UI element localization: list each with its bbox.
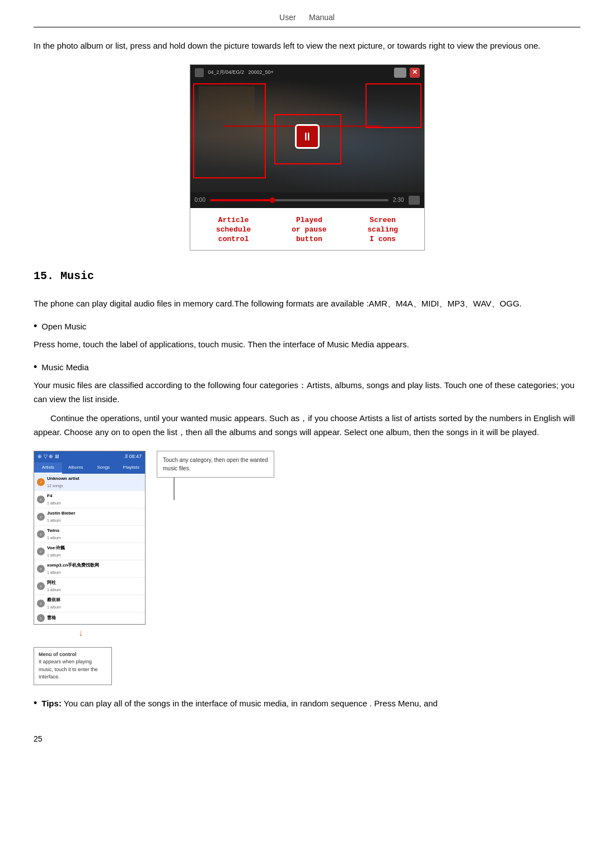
- section-15-title: 15. Music: [34, 267, 580, 285]
- video-top-bar-right: ✕: [394, 68, 420, 78]
- music-screenshot-wrapper: ⊕ ▽ ⊕ ⊠ .ll 08:47 Artists Albums Songs P…: [34, 451, 580, 685]
- music-media-section: • Music Media Your music files are class…: [34, 360, 580, 440]
- artist-info-twins: Twins 1 album: [47, 527, 142, 541]
- tips-label: Tips:: [41, 699, 62, 708]
- artist-item-f4[interactable]: ▿ F4 1 album: [34, 491, 145, 508]
- open-music-heading-row: • Open Music: [34, 319, 580, 334]
- artist-name-adu: 阿杜: [47, 579, 142, 587]
- video-time-total: 2:30: [393, 196, 404, 205]
- video-labels-container: Articleschedulecontrol Playedor pausebut…: [190, 208, 424, 250]
- music-media-heading-row: • Music Media: [34, 360, 580, 375]
- music-phone-screen: ⊕ ▽ ⊕ ⊠ .ll 08:47 Artists Albums Songs P…: [34, 451, 146, 625]
- play-pause-button[interactable]: [295, 124, 320, 149]
- artist-icon-xomp3: ▿: [37, 565, 45, 573]
- artist-icon-adu: ▿: [37, 582, 45, 590]
- phone-status-bar: ⊕ ▽ ⊕ ⊠ .ll 08:47: [34, 451, 145, 463]
- artist-info-cao: 曹格: [47, 615, 142, 622]
- video-screenshot: 04_2月/04/EG/2 20002_50+ ✕ 0: [190, 64, 425, 251]
- artist-sub-twins: 1 album: [47, 535, 142, 541]
- phone-tabs: Artists Albums Songs Playlists: [34, 463, 145, 474]
- page-header: User Manual: [34, 11, 580, 27]
- artist-name-xomp3: xomp3.cn手机免费找歌网: [47, 562, 142, 569]
- open-music-bullet: •: [34, 319, 37, 333]
- open-music-section: • Open Music Press home, touch the label…: [34, 319, 580, 351]
- artist-sub-f4: 1 album: [47, 500, 142, 506]
- artist-item-cao[interactable]: ▿ 曹格: [34, 612, 145, 624]
- header-left: User: [279, 13, 296, 22]
- music-media-bullet: •: [34, 360, 37, 374]
- video-time-current: 0:00: [195, 196, 205, 205]
- callout-connector-line: [174, 478, 175, 500]
- video-label-played: Playedor pausebutton: [292, 216, 326, 244]
- video-scene: [190, 81, 424, 192]
- open-music-body: Press home, touch the label of applicati…: [34, 337, 580, 352]
- artist-info-adu: 阿杜 1 album: [47, 579, 142, 593]
- phone-and-menu: ⊕ ▽ ⊕ ⊠ .ll 08:47 Artists Albums Songs P…: [34, 451, 146, 685]
- open-music-heading: Open Music: [41, 319, 86, 334]
- tips-bullet: •: [34, 696, 37, 710]
- artist-icon-cai: ▿: [37, 600, 45, 607]
- music-media-heading: Music Media: [41, 360, 88, 375]
- artist-item-xomp3[interactable]: ▿ xomp3.cn手机免费找歌网 1 album: [34, 560, 145, 578]
- callout-text: Touch any category, then open the wanted…: [163, 457, 268, 471]
- video-top-bar: 04_2月/04/EG/2 20002_50+ ✕: [190, 65, 424, 81]
- video-top-bar-left: 04_2月/04/EG/2 20002_50+: [195, 68, 274, 77]
- video-progress-bar: 0:00 2:30: [190, 192, 424, 208]
- tab-albums[interactable]: Albums: [62, 463, 90, 474]
- music-media-body1: Your music files are classified accordin…: [34, 378, 580, 407]
- tab-artists[interactable]: Artists: [34, 463, 62, 474]
- artist-item-bieber[interactable]: ▿ Justin Bieber 1 album: [34, 508, 145, 526]
- artist-sub-adu: 1 album: [47, 587, 142, 593]
- video-share-icon: [394, 68, 406, 78]
- video-close-icon: ✕: [410, 68, 420, 78]
- video-menu-icon: [195, 68, 204, 77]
- artist-sub-xomp3: 1 album: [47, 569, 142, 575]
- video-label-article: Articleschedulecontrol: [216, 216, 251, 244]
- artist-item-cai[interactable]: ▿ 蔡依林 1 album: [34, 595, 145, 612]
- down-arrow-icon: ↓: [78, 625, 83, 641]
- artist-name-f4: F4: [47, 493, 142, 500]
- video-main-area: [190, 81, 424, 192]
- artist-item-adu[interactable]: ▿ 阿杜 1 album: [34, 578, 145, 595]
- video-progress-track[interactable]: [210, 199, 388, 201]
- artist-info-cai: 蔡依林 1 album: [47, 597, 142, 610]
- callout-box: Touch any category, then open the wanted…: [157, 451, 274, 478]
- control-menu-body: It appears when playing music, touch it …: [39, 659, 98, 680]
- artist-info-unknown: Unknown artist 12 songs: [47, 475, 142, 489]
- video-label-screen: ScreenscalingI cons: [367, 216, 398, 244]
- artist-name-cai: 蔡依林: [47, 597, 142, 604]
- video-fullscreen-icon[interactable]: [409, 196, 420, 205]
- artist-sub-cai: 1 album: [47, 604, 142, 610]
- artist-icon-bieber: ▿: [37, 513, 45, 521]
- artist-name-cao: 曹格: [47, 615, 142, 622]
- artist-icon-voe: ▿: [37, 548, 45, 555]
- artist-info-xomp3: xomp3.cn手机免费找歌网 1 album: [47, 562, 142, 575]
- tab-playlists[interactable]: Playlists: [118, 463, 146, 474]
- artist-info-f4: F4 1 album: [47, 493, 142, 506]
- artist-icon-unknown: ♪: [37, 478, 45, 486]
- artist-item-twins[interactable]: ▿ Twins 1 album: [34, 526, 145, 543]
- artist-name-voe: Voe·许巍: [47, 545, 142, 552]
- control-menu-title: Menu of control: [39, 652, 77, 657]
- music-artist-list: ♪ Unknown artist 12 songs ▿ F4 1 album: [34, 474, 145, 624]
- artist-item-voe[interactable]: ▿ Voe·许巍 1 album: [34, 543, 145, 560]
- artist-info-bieber: Justin Bieber 1 album: [47, 510, 142, 523]
- artist-sub-voe: 1 album: [47, 552, 142, 558]
- phone-status-left: ⊕ ▽ ⊕ ⊠: [38, 452, 59, 460]
- screen-scaling-outline: [365, 83, 421, 128]
- tips-text: Tips: You can play all of the songs in t…: [41, 696, 438, 711]
- tab-songs[interactable]: Songs: [90, 463, 118, 474]
- artist-icon-f4: ▿: [37, 496, 45, 503]
- artist-name-twins: Twins: [47, 527, 142, 535]
- video-progress-fill: [210, 199, 273, 201]
- control-menu-box: Menu of control It appears when playing …: [34, 647, 112, 685]
- intro-paragraph: In the photo album or list, press and ho…: [34, 39, 580, 53]
- video-screenshot-container: 04_2月/04/EG/2 20002_50+ ✕ 0: [34, 64, 580, 251]
- artist-sub-unknown: 12 songs: [47, 483, 142, 489]
- section-15-body1: The phone can play digital audio files i…: [34, 296, 580, 311]
- artist-item-unknown[interactable]: ♪ Unknown artist 12 songs: [34, 474, 145, 491]
- artist-name-unknown: Unknown artist: [47, 475, 142, 483]
- tips-heading-row: • Tips: You can play all of the songs in…: [34, 696, 580, 711]
- video-progress-thumb: [270, 197, 275, 203]
- music-media-body2: Continue the operations, until your want…: [34, 411, 580, 440]
